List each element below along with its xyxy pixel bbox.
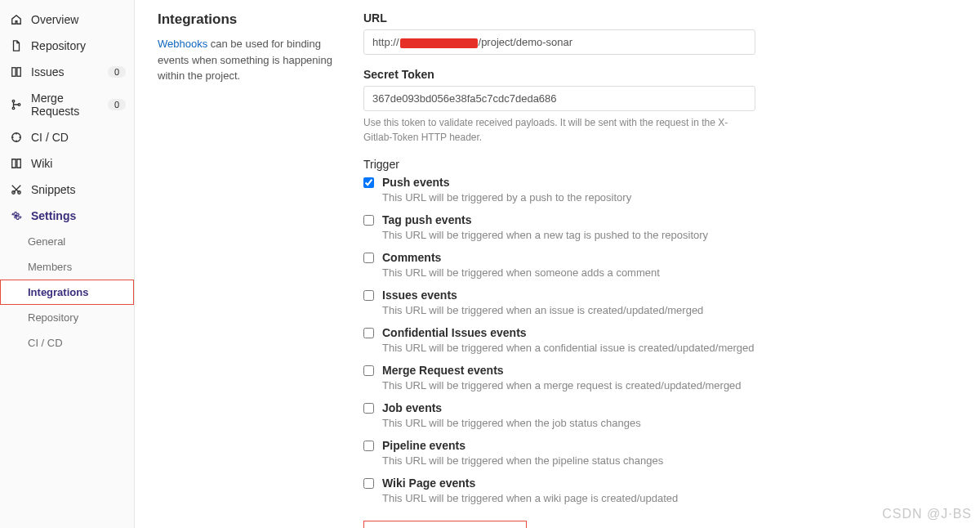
sidebar: OverviewRepositoryIssues0Merge Requests0… bbox=[0, 0, 135, 528]
sidebar-item-snippets[interactable]: Snippets bbox=[0, 177, 134, 203]
gear-icon bbox=[10, 209, 23, 222]
trigger-merge-request-events: Merge Request eventsThis URL will be tri… bbox=[363, 364, 970, 392]
trigger-checkbox-comments[interactable] bbox=[363, 253, 374, 263]
webhook-form: URL http:///project/demo-sonar Secret To… bbox=[363, 11, 970, 528]
svg-rect-0 bbox=[12, 68, 16, 77]
sidebar-item-label: Issues bbox=[31, 65, 105, 78]
integrations-intro: Integrations Webhooks can be used for bi… bbox=[135, 11, 363, 528]
trigger-push-events: Push eventsThis URL will be triggered by… bbox=[363, 176, 970, 204]
trigger-checkbox-push-events[interactable] bbox=[363, 177, 374, 188]
page-description: Webhooks can be used for binding events … bbox=[158, 36, 354, 84]
trigger-desc: This URL will be triggered when the job … bbox=[382, 417, 970, 429]
trigger-desc: This URL will be triggered when a wiki p… bbox=[382, 492, 970, 504]
sidebar-item-label: Wiki bbox=[31, 157, 126, 170]
merge-icon bbox=[10, 98, 23, 111]
trigger-desc: This URL will be triggered when an issue… bbox=[382, 304, 970, 316]
ci-icon bbox=[10, 131, 23, 144]
trigger-title: Wiki Page events bbox=[382, 477, 475, 490]
secret-token-help: Use this token to validate received payl… bbox=[363, 115, 755, 145]
trigger-desc: This URL will be triggered by a push to … bbox=[382, 191, 970, 204]
url-label: URL bbox=[363, 11, 970, 25]
trigger-title: Comments bbox=[382, 251, 441, 264]
watermark: CSDN @J·BS bbox=[882, 507, 972, 521]
sidebar-item-label: CI / CD bbox=[31, 131, 126, 144]
trigger-label: Trigger bbox=[363, 158, 970, 171]
svg-point-3 bbox=[12, 107, 15, 110]
trigger-title: Issues events bbox=[382, 289, 457, 302]
sidebar-item-overview[interactable]: Overview bbox=[0, 7, 134, 33]
sidebar-item-ci-cd[interactable]: CI / CD bbox=[0, 124, 134, 150]
secret-token-label: Secret Token bbox=[363, 68, 970, 81]
main-content: Integrations Webhooks can be used for bi… bbox=[135, 0, 980, 528]
page-title: Integrations bbox=[158, 11, 354, 28]
sidebar-badge: 0 bbox=[108, 66, 126, 78]
sidebar-item-label: Merge Requests bbox=[31, 92, 105, 118]
secret-token-input[interactable] bbox=[363, 86, 755, 111]
trigger-title: Merge Request events bbox=[382, 364, 504, 377]
trigger-checkbox-confidential-issues-events[interactable] bbox=[363, 328, 374, 338]
trigger-comments: CommentsThis URL will be triggered when … bbox=[363, 251, 970, 279]
home-icon bbox=[10, 13, 23, 26]
sidebar-item-repository[interactable]: Repository bbox=[0, 33, 134, 59]
trigger-title: Pipeline events bbox=[382, 439, 466, 452]
trigger-checkbox-issues-events[interactable] bbox=[363, 290, 374, 301]
trigger-confidential-issues-events: Confidential Issues eventsThis URL will … bbox=[363, 326, 970, 354]
svg-point-4 bbox=[18, 104, 20, 106]
trigger-checkbox-wiki-page-events[interactable] bbox=[363, 478, 374, 489]
wiki-icon bbox=[10, 157, 23, 170]
settings-sub-members[interactable]: Members bbox=[0, 254, 134, 280]
settings-sub-repository[interactable]: Repository bbox=[0, 305, 134, 330]
sidebar-item-label: Settings bbox=[31, 209, 126, 222]
trigger-wiki-page-events: Wiki Page eventsThis URL will be trigger… bbox=[363, 477, 970, 504]
svg-rect-1 bbox=[17, 68, 20, 77]
trigger-desc: This URL will be triggered when a merge … bbox=[382, 379, 970, 392]
url-input[interactable]: http:///project/demo-sonar bbox=[363, 29, 755, 55]
trigger-checkbox-pipeline-events[interactable] bbox=[363, 441, 374, 451]
redacted-host bbox=[400, 38, 478, 48]
trigger-checkbox-merge-request-events[interactable] bbox=[363, 365, 374, 376]
trigger-desc: This URL will be triggered when a confid… bbox=[382, 342, 970, 354]
settings-sub-integrations[interactable]: Integrations bbox=[0, 280, 134, 305]
sidebar-item-merge-requests[interactable]: Merge Requests0 bbox=[0, 85, 134, 124]
snippet-icon bbox=[10, 183, 23, 196]
file-icon bbox=[10, 39, 23, 52]
trigger-tag-push-events: Tag push eventsThis URL will be triggere… bbox=[363, 213, 970, 241]
sidebar-item-label: Repository bbox=[31, 39, 126, 52]
trigger-pipeline-events: Pipeline eventsThis URL will be triggere… bbox=[363, 439, 970, 467]
trigger-title: Confidential Issues events bbox=[382, 326, 527, 339]
trigger-issues-events: Issues eventsThis URL will be triggered … bbox=[363, 289, 970, 316]
sidebar-item-label: Snippets bbox=[31, 183, 126, 196]
trigger-checkbox-tag-push-events[interactable] bbox=[363, 215, 374, 226]
sidebar-badge: 0 bbox=[108, 99, 126, 110]
sidebar-item-settings[interactable]: Settings bbox=[0, 203, 134, 229]
trigger-desc: This URL will be triggered when a new ta… bbox=[382, 229, 970, 241]
webhooks-link[interactable]: Webhooks bbox=[158, 38, 207, 50]
settings-sub-general[interactable]: General bbox=[0, 229, 134, 254]
ssl-verification-section: SSL verification Enable SSL verification… bbox=[363, 521, 527, 528]
sidebar-item-label: Overview bbox=[31, 13, 126, 26]
trigger-desc: This URL will be triggered when the pipe… bbox=[382, 454, 970, 467]
trigger-title: Tag push events bbox=[382, 213, 471, 226]
svg-point-2 bbox=[12, 100, 15, 102]
issues-icon bbox=[10, 65, 23, 78]
sidebar-item-wiki[interactable]: Wiki bbox=[0, 150, 134, 177]
trigger-desc: This URL will be triggered when someone … bbox=[382, 266, 970, 279]
settings-sub-ci-cd[interactable]: CI / CD bbox=[0, 330, 134, 356]
sidebar-item-issues[interactable]: Issues0 bbox=[0, 59, 134, 85]
trigger-title: Job events bbox=[382, 401, 442, 414]
trigger-title: Push events bbox=[382, 176, 449, 189]
trigger-checkbox-job-events[interactable] bbox=[363, 403, 374, 414]
trigger-job-events: Job eventsThis URL will be triggered whe… bbox=[363, 401, 970, 429]
